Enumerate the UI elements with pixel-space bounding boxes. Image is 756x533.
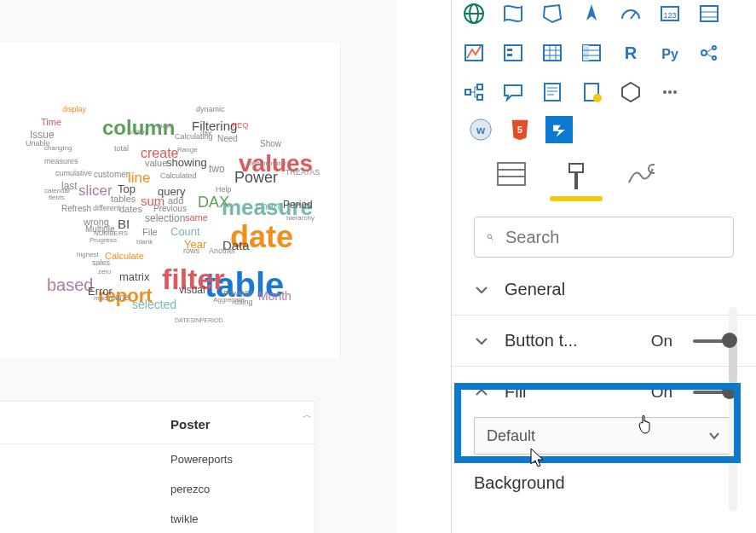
cloud-word: Refresh — [61, 205, 91, 213]
button-text-label: Button t... — [505, 331, 636, 351]
section-background[interactable]: Background — [452, 466, 756, 508]
report-canvas[interactable]: tabledatefiltervaluesmeasurecolumnreport… — [0, 0, 397, 533]
cloud-word: cumulative — [55, 170, 92, 177]
svg-point-37 — [593, 94, 602, 102]
narrative-icon[interactable] — [539, 78, 566, 106]
chevron-up-icon — [474, 385, 489, 400]
html-viewer-icon[interactable]: 5 — [506, 116, 534, 143]
cloud-word: BI — [118, 217, 130, 230]
svg-rect-31 — [477, 95, 482, 100]
cloud-word: visual — [179, 285, 205, 295]
filled-map-icon[interactable] — [499, 0, 527, 27]
button-text-toggle[interactable] — [693, 339, 734, 343]
section-general[interactable]: General — [452, 264, 756, 316]
qa-icon[interactable] — [499, 78, 527, 106]
svg-rect-45 — [498, 163, 525, 185]
cloud-word: zero — [98, 269, 112, 275]
svg-line-27 — [707, 49, 713, 52]
cloud-word: Calculated — [160, 172, 197, 180]
table-icon[interactable] — [539, 39, 566, 67]
cloud-word: based — [47, 276, 94, 293]
visualizations-pane: 123RPy w 5 General Button — [451, 0, 756, 533]
section-button-text[interactable]: Button t... On — [452, 316, 756, 367]
goals-icon[interactable] — [617, 78, 644, 106]
cloud-word: total — [114, 145, 129, 153]
more-icon[interactable] — [656, 78, 684, 106]
cloud-word: highest — [77, 252, 99, 258]
r-icon[interactable]: R — [617, 39, 644, 67]
cloud-word: Range — [177, 147, 198, 154]
scrollbar-thumb[interactable] — [729, 341, 737, 384]
py-icon[interactable]: Py — [656, 39, 684, 67]
cloud-word: showing — [166, 157, 207, 168]
cloud-word: Another — [209, 247, 236, 255]
cloud-word: Show — [260, 140, 281, 148]
general-label: General — [505, 280, 734, 299]
cloud-word: Denominator — [247, 160, 286, 167]
table-row[interactable]: twikle — [0, 504, 315, 533]
cloud-word: measures — [44, 158, 78, 165]
matrix-icon[interactable] — [578, 39, 605, 67]
fill-label: Fill — [505, 382, 636, 402]
table-row[interactable]: perezco — [0, 474, 315, 504]
cloud-word: matrix — [119, 271, 149, 282]
fill-toggle[interactable] — [693, 391, 734, 394]
analytics-tab[interactable] — [626, 162, 656, 203]
wordcloud-custom-icon[interactable]: w — [467, 116, 494, 143]
svg-rect-30 — [477, 84, 482, 90]
svg-point-40 — [673, 90, 677, 94]
svg-rect-48 — [569, 164, 583, 172]
kpi-icon[interactable] — [460, 39, 488, 67]
section-fill[interactable]: Fill On — [452, 367, 756, 417]
cloud-word: changing — [44, 145, 72, 152]
shape-map-icon[interactable] — [539, 0, 566, 27]
svg-rect-19 — [583, 45, 589, 61]
cloud-word: fields — [49, 194, 65, 201]
gauge-icon[interactable] — [617, 0, 644, 27]
svg-rect-10 — [505, 45, 522, 61]
cloud-word: Count — [170, 226, 200, 237]
table-header-poster[interactable]: Poster — [0, 402, 315, 444]
fields-tab[interactable] — [496, 162, 527, 203]
cloud-word: Month — [258, 290, 291, 302]
svg-point-24 — [701, 50, 707, 55]
key-influencers-icon[interactable] — [695, 39, 723, 67]
format-pane-tabs — [452, 147, 756, 203]
cloud-word: tables — [111, 194, 136, 204]
cloud-word: hierarchy — [286, 215, 315, 222]
chevron-down-icon — [474, 333, 489, 349]
table-scroll-up-icon[interactable]: ︿ — [303, 408, 313, 421]
globe-icon[interactable] — [460, 0, 488, 27]
svg-text:w: w — [476, 124, 486, 136]
table-row[interactable]: Powereports — [0, 444, 315, 474]
paginated-icon[interactable] — [578, 78, 605, 106]
decomposition-icon[interactable] — [460, 78, 488, 106]
wordcloud-visual[interactable]: tabledatefiltervaluesmeasurecolumnreport… — [0, 43, 341, 358]
search-icon — [487, 227, 493, 247]
svg-rect-13 — [544, 45, 561, 61]
format-search[interactable] — [474, 217, 734, 258]
table-visual[interactable]: Poster Powereportsperezcotwikle ︿ — [0, 401, 315, 533]
flow-icon[interactable] — [545, 116, 573, 143]
cloud-word: REQ — [232, 122, 249, 130]
cloud-word: same — [185, 213, 208, 223]
cloud-word: Filtering — [192, 119, 237, 132]
svg-point-25 — [713, 46, 716, 49]
svg-rect-12 — [507, 54, 512, 56]
custom-visuals-row: w 5 — [452, 106, 756, 147]
multirow-icon[interactable] — [695, 0, 723, 27]
search-input[interactable] — [505, 228, 721, 247]
format-tab[interactable] — [561, 162, 592, 203]
card-icon[interactable]: 123 — [656, 0, 684, 27]
azure-map-icon[interactable] — [578, 0, 605, 27]
cloud-word: display — [62, 106, 86, 113]
cloud-word: Need — [217, 135, 238, 143]
cloud-word: Aggregate — [213, 297, 245, 304]
cloud-word: dates — [119, 205, 142, 214]
cloud-word: TREATAS — [286, 169, 320, 177]
fill-state-dropdown[interactable]: Default — [474, 417, 734, 455]
svg-point-39 — [668, 90, 672, 94]
cloud-word: DAX — [198, 194, 229, 210]
slicer-icon[interactable] — [499, 39, 527, 67]
cloud-word: chart — [256, 200, 280, 211]
